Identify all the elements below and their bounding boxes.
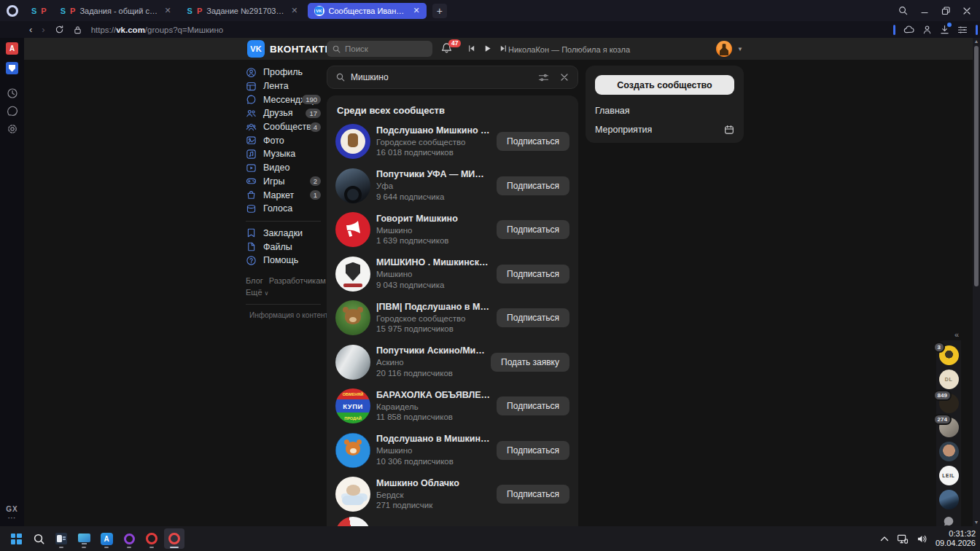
volume-icon[interactable] (917, 534, 928, 544)
tab-pinned-sp[interactable]: SP (27, 3, 51, 19)
rail-settings-gear-icon[interactable] (7, 123, 18, 135)
minimize-button[interactable] (920, 7, 929, 15)
menu-item-market[interactable]: Маркет1 (246, 188, 321, 202)
community-avatar[interactable] (335, 124, 370, 159)
vk-header-search[interactable] (327, 41, 432, 57)
create-community-button[interactable]: Создать сообщество (595, 75, 734, 95)
vk-logo[interactable]: VK (247, 40, 265, 58)
player-prev-icon[interactable] (467, 44, 475, 52)
subscribe-button[interactable]: Подписаться (497, 176, 569, 195)
footer-link-developers[interactable]: Разработчикам (269, 276, 326, 285)
flow-cloud-icon[interactable] (903, 25, 914, 34)
taskbar-search-button[interactable] (28, 528, 49, 549)
opera-menu-icon[interactable] (7, 5, 18, 17)
menu-item-profile[interactable]: Профиль (246, 66, 321, 79)
dock-chat-avatar[interactable]: 3 (939, 345, 959, 365)
tab-close-icon[interactable]: ✕ (164, 6, 171, 15)
community-avatar[interactable] (335, 345, 370, 380)
community-avatar[interactable] (335, 433, 370, 468)
search-filters-icon[interactable] (538, 73, 549, 82)
notifications-bell-icon[interactable]: 47 (441, 42, 452, 54)
community-title[interactable]: Подслушано в Мишкино Башкортостан… (376, 434, 491, 444)
menu-item-voices[interactable]: Голоса (246, 202, 321, 216)
dock-chat-avatar[interactable]: 849 (939, 394, 959, 413)
page-scrollbar[interactable]: ▲ ▼ (973, 38, 980, 526)
community-avatar[interactable] (335, 168, 370, 203)
community-search-bar[interactable]: Мишкино (327, 66, 578, 89)
menu-item-photos[interactable]: Фото (246, 133, 321, 147)
player-next-icon[interactable] (499, 44, 508, 52)
taskbar-app-opera-gx-active[interactable] (164, 528, 184, 549)
subscribe-button[interactable]: Подписаться (497, 441, 569, 460)
tab-vk-communities-active[interactable]: VK Сообщества Ивана Моро ✕ (308, 3, 427, 19)
subscribe-button[interactable]: Подписаться (497, 308, 569, 327)
rail-history-icon[interactable] (7, 87, 18, 99)
menu-item-games[interactable]: Игры2 (246, 175, 321, 189)
forward-button[interactable]: › (42, 25, 44, 34)
dock-chat-avatar[interactable] (939, 490, 959, 509)
tray-expand-chevron-icon[interactable] (880, 536, 889, 542)
menu-item-communities[interactable]: Сообщества4 (246, 120, 321, 134)
subscribe-button[interactable]: Подписаться (497, 265, 569, 284)
community-avatar[interactable] (335, 517, 370, 527)
tab-close-icon[interactable]: ✕ (413, 6, 420, 15)
subscribe-button[interactable]: Подписаться (497, 132, 569, 151)
community-row[interactable]: |ПВМ| Подслушано в Мишкино Городское соо… (335, 296, 569, 340)
avatar-chevron-down-icon[interactable]: ▼ (737, 46, 743, 52)
community-row[interactable]: Мишкино Облачко Бердск 271 подписчик Под… (335, 472, 569, 517)
community-avatar[interactable] (335, 257, 370, 292)
search-query-text[interactable]: Мишкино (351, 72, 532, 82)
dock-chat-avatar[interactable]: LEIL (939, 466, 959, 485)
tab-task-2917030[interactable]: SP Задание №2917030 - про ✕ (181, 3, 305, 19)
menu-item-friends[interactable]: Друзья17 (246, 106, 321, 120)
rail-gx-corner-icon[interactable] (7, 106, 18, 117)
messages-bubble-icon[interactable] (943, 516, 954, 526)
downloads-button[interactable] (940, 25, 949, 34)
tab-tasks-list[interactable]: SP Задания - общий список ✕ (54, 3, 178, 19)
menu-item-bookmarks[interactable]: Закладки (246, 227, 321, 241)
subscribe-button[interactable]: Подписаться (497, 220, 569, 239)
community-title[interactable]: Мишкино Облачко (376, 478, 491, 488)
maximize-button[interactable] (941, 7, 950, 15)
vk-wordmark[interactable]: ВКОНТАКТЕ (270, 44, 332, 55)
community-row[interactable]: МИШКИНО . Мишкинский район. Башк… Мишкин… (335, 252, 569, 297)
menu-item-video[interactable]: Видео (246, 161, 321, 175)
browser-search-icon[interactable] (898, 6, 908, 15)
start-button[interactable] (6, 528, 26, 549)
content-info[interactable]: Информация о контенте (246, 311, 321, 319)
reload-button[interactable] (55, 25, 64, 34)
rail-overflow-icon[interactable]: ⋯ (7, 515, 16, 520)
community-title[interactable]: Подслушано Мишкино (Курганская обл… (376, 125, 491, 136)
taskbar-clock[interactable]: 0:31:32 09.04.2026 (936, 529, 976, 548)
menu-item-feed[interactable]: Лента (246, 79, 321, 93)
community-title[interactable]: БАРАХОЛКА ОБЪЯВЛЕНИЯ | Караидель… (376, 390, 491, 400)
dock-chat-avatar[interactable]: 274 (939, 418, 959, 437)
scrollbar-down-arrow[interactable]: ▼ (973, 520, 980, 525)
scrollbar-thumb[interactable] (974, 46, 979, 286)
community-avatar[interactable] (335, 477, 370, 512)
community-title[interactable]: |ПВМ| Подслушано в Мишкино (376, 302, 491, 312)
scrollbar-up-arrow[interactable]: ▲ (973, 39, 980, 44)
community-row-partial[interactable] (335, 517, 569, 527)
now-playing-track-title[interactable]: НиколаКон — Полюбила я козла (508, 45, 630, 54)
taskbar-app-a[interactable]: A (96, 528, 117, 549)
community-row[interactable]: Подслушано в Мишкино Башкортостан… Мишки… (335, 429, 569, 473)
new-tab-button[interactable]: + (432, 4, 447, 18)
url-text[interactable]: https://vk.com/groups?q=Мишкино (91, 26, 223, 34)
dock-collapse-icon[interactable]: « (954, 331, 959, 339)
community-row[interactable]: Попутчики Аскино/Мишкино /Бирск/У… Аскин… (335, 340, 569, 385)
menu-item-music[interactable]: Музыка (246, 147, 321, 161)
network-icon[interactable] (897, 534, 909, 544)
community-row[interactable]: ОБМЕНЯЙ КУПИ ПРОДАЙ БАРАХОЛКА ОБЪЯВЛЕНИЯ… (335, 384, 569, 429)
community-title[interactable]: Говорит Мишкино (376, 214, 491, 224)
community-title[interactable]: МИШКИНО . Мишкинский район. Башк… (376, 257, 491, 267)
dock-chat-avatar[interactable] (939, 442, 959, 461)
community-avatar[interactable]: ОБМЕНЯЙ КУПИ ПРОДАЙ (335, 388, 370, 423)
panel-link-main[interactable]: Главная (595, 106, 734, 116)
taskbar-app-display[interactable] (74, 528, 94, 549)
panel-link-events[interactable]: Мероприятия (595, 125, 734, 135)
user-avatar[interactable] (716, 41, 732, 57)
site-security-lock-icon[interactable] (74, 26, 82, 34)
menu-item-messenger[interactable]: Мессенджер190 (246, 93, 321, 106)
taskbar-app-explorer[interactable] (51, 528, 71, 549)
